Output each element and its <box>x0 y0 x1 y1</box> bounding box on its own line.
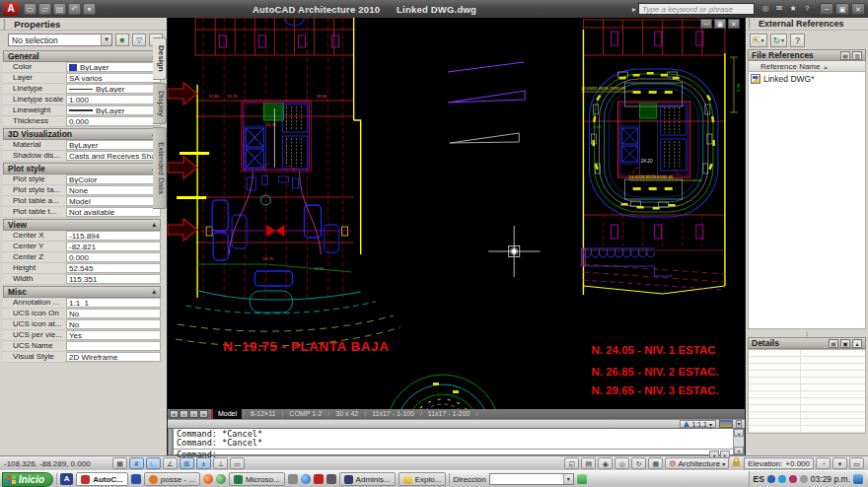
property-value[interactable]: None <box>66 185 161 195</box>
layout-tab-2[interactable]: COMP 1-2 <box>284 409 326 419</box>
selection-dropdown-arrow-icon[interactable]: ▾ <box>101 35 111 45</box>
details-collapse-icon[interactable]: ▴ <box>852 339 862 348</box>
command-line-window[interactable]: Command: *Cancel* Command: *Cancel* Comm… <box>168 428 745 455</box>
search-go-icon[interactable]: ▸ <box>632 5 636 14</box>
language-indicator[interactable]: ES <box>753 474 763 484</box>
xref-list-area[interactable] <box>748 85 866 329</box>
display-settings-icon[interactable] <box>853 474 863 484</box>
zoom-icon[interactable]: ◎ <box>615 457 629 469</box>
close-button[interactable]: ✕ <box>851 3 865 15</box>
tab-design[interactable]: Design <box>153 37 167 80</box>
doc-close-icon[interactable]: ✕ <box>728 19 740 29</box>
tab-nav-last-icon[interactable]: » <box>199 410 208 418</box>
tab-display[interactable]: Display <box>153 83 167 124</box>
elevation-field[interactable]: Elevation: +0.000 <box>744 457 814 469</box>
translate-icon[interactable] <box>577 474 587 484</box>
help-search-input[interactable]: Type a keyword or phrase <box>638 3 755 15</box>
showmotion-icon[interactable]: ▦ <box>648 457 663 469</box>
property-value[interactable]: 0.000 <box>66 116 161 126</box>
taskbar-clock[interactable]: 03:29 p.m. <box>811 474 850 484</box>
toolbar-dropdown-icon[interactable]: ▾ <box>83 3 96 15</box>
property-value[interactable]: 1.000 <box>66 95 161 104</box>
taskbar-button-explorer[interactable]: Explo... <box>398 472 447 486</box>
tab-nav-prev-icon[interactable]: ‹ <box>180 410 188 418</box>
property-value[interactable] <box>66 341 161 351</box>
reference-name-column-header[interactable]: Reference Name ▴ <box>748 61 866 72</box>
property-value[interactable]: ByLayer <box>66 140 161 150</box>
status-menu-icon[interactable]: ▾ <box>832 457 847 469</box>
property-value[interactable]: 115.351 <box>66 274 161 284</box>
property-value[interactable]: 2D Wireframe <box>66 352 161 362</box>
device-icon[interactable] <box>288 474 298 484</box>
quick-select-button[interactable]: ▽ <box>132 34 146 46</box>
property-value[interactable]: ByLayer <box>66 84 161 94</box>
favorites-icon[interactable]: ★ <box>787 3 799 15</box>
attach-dwg-button[interactable]: ⇱ ▾ <box>750 34 767 47</box>
tab-extended-data[interactable]: Extended Data <box>153 127 167 209</box>
selection-dropdown[interactable]: No selection ▾ <box>8 34 112 46</box>
tray-icon-red[interactable] <box>789 475 797 483</box>
restore-button[interactable]: ▣ <box>835 3 849 15</box>
messenger-icon[interactable] <box>216 474 226 484</box>
doc-minimize-icon[interactable]: ─ <box>700 19 712 29</box>
address-dropdown-icon[interactable]: ▾ <box>563 474 573 484</box>
help-icon[interactable]: ? <box>801 3 813 15</box>
layout-tab-1[interactable]: 8-12×11 <box>246 409 280 419</box>
annotation-visibility-icon[interactable] <box>719 420 733 428</box>
filezilla-icon[interactable] <box>314 474 324 484</box>
property-value[interactable]: 1:1_1 <box>66 298 161 308</box>
taskbar-app-icon[interactable] <box>131 474 141 484</box>
property-value[interactable]: 52.545 <box>66 263 161 273</box>
clean-screen-icon[interactable]: ▭ <box>849 457 864 469</box>
collapse-icon[interactable]: ▴ <box>152 221 156 229</box>
qnew-icon[interactable]: ▭ <box>24 3 36 15</box>
layout-tab-4[interactable]: 11x17 - 1-100 <box>367 409 419 419</box>
property-value[interactable]: 0.000 <box>66 252 161 262</box>
property-value[interactable]: -82.821 <box>66 242 161 251</box>
xref-help-button[interactable]: ? <box>790 34 805 47</box>
section-plot-style[interactable]: Plot style ▴ <box>3 163 161 174</box>
minimize-button[interactable]: ─ <box>820 3 833 15</box>
taskbar-button-posse[interactable]: posse - ... <box>144 472 200 486</box>
section-view[interactable]: View ▴ <box>3 219 161 231</box>
tray-icon-network[interactable] <box>800 475 808 483</box>
layout-tab-model[interactable]: Model <box>211 409 242 419</box>
xref-list-item[interactable]: Linked DWG* <box>748 72 866 85</box>
subscription-icon[interactable]: ✉ <box>773 3 785 15</box>
osnap-toggle[interactable]: ⊞ <box>180 457 194 469</box>
otrack-toggle[interactable]: ± <box>196 457 211 469</box>
xref-palette-header[interactable]: ▏ External References <box>746 18 868 31</box>
property-value[interactable]: ByLayer <box>66 105 161 115</box>
cmd-scroll-up-icon[interactable]: ▴ <box>734 429 744 437</box>
list-view-icon[interactable]: ▤ <box>840 51 850 60</box>
quick-launch-icon[interactable]: A <box>60 473 73 485</box>
annotation-scale-button[interactable]: 1:1,1 ▾ <box>680 420 716 428</box>
status-clock-icon[interactable]: ◔ <box>816 457 831 469</box>
dyn-toggle[interactable]: ⊥ <box>213 457 228 469</box>
quick-view-layouts-icon[interactable]: ▤ <box>581 457 596 469</box>
refresh-button[interactable]: ↻ ▾ <box>770 34 788 47</box>
doc-restore-icon[interactable]: ▣ <box>714 19 726 29</box>
property-value[interactable]: Yes <box>66 330 161 340</box>
autocad-menu-icon[interactable]: A <box>3 2 19 16</box>
address-input[interactable]: ▾ <box>489 473 574 485</box>
plot-icon[interactable]: ▤ <box>53 3 66 15</box>
tab-nav-next-icon[interactable]: › <box>189 410 198 418</box>
snap-toggle[interactable]: ▦ <box>112 457 127 469</box>
toggle-pickadd-button[interactable]: ■ <box>115 34 129 46</box>
property-value[interactable]: Not available <box>66 207 161 217</box>
layout-tab-5[interactable]: 11x17 - 1-200 <box>423 409 475 419</box>
properties-palette-header[interactable]: ▏ Properties <box>0 18 167 31</box>
tray-icon-blue[interactable] <box>767 475 775 483</box>
tray-icon-bluetooth[interactable] <box>778 475 786 483</box>
property-value[interactable]: ByColor <box>66 174 161 184</box>
undo-icon[interactable]: ↶ <box>68 3 81 15</box>
model-space-icon[interactable]: ◱ <box>564 457 579 469</box>
property-value[interactable]: No <box>66 319 161 329</box>
drawing-canvas[interactable]: ─ ▣ ✕ <box>168 18 745 409</box>
collapse-icon[interactable]: ▴ <box>152 288 156 296</box>
open-icon[interactable]: ▱ <box>38 3 51 15</box>
property-value[interactable]: Model <box>66 196 161 206</box>
polar-toggle[interactable]: ∠ <box>163 457 178 469</box>
details-view-icon[interactable]: ▤ <box>829 339 838 348</box>
